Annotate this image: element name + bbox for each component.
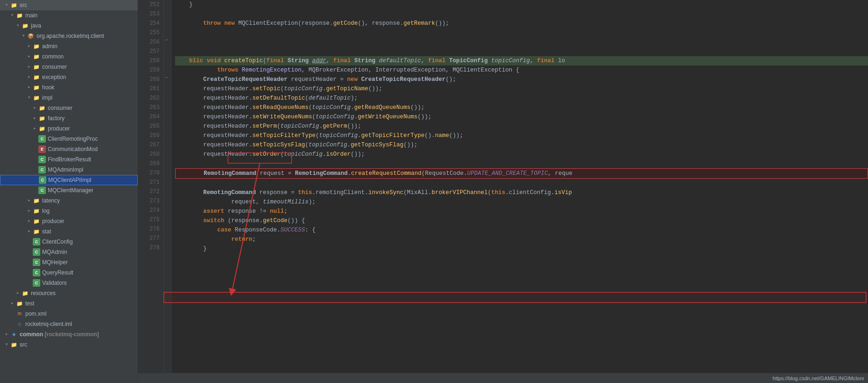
folder-icon-producer: 📁 (33, 217, 40, 225)
tree-item-consumer[interactable]: 📁 consumer (0, 62, 138, 72)
arrow-impl-producer (32, 126, 37, 131)
tree-item-src-bottom[interactable]: 📁 src (0, 340, 138, 350)
arrow-main (9, 13, 15, 18)
tree-item-org[interactable]: 📦 org.apache.rocketmq.client (0, 31, 138, 41)
file-tree-sidebar[interactable]: 📁 src 📁 main 📁 java 📦 org.apache.rocketm… (0, 0, 138, 383)
label-mqclientmanager: MQClientManager (48, 187, 93, 194)
code-line-260: CreateTopicRequestHeader requestHeader =… (175, 75, 868, 84)
tree-item-validators[interactable]: C Validators (0, 278, 138, 288)
code-line-276: case ResponseCode.SUCCESS: { (175, 225, 868, 235)
tree-item-java[interactable]: 📁 java (0, 21, 138, 31)
class-c-icon-10: C (33, 279, 40, 287)
arrow-src-bottom (4, 342, 9, 347)
tree-item-clientconfig[interactable]: C ClientConfig (0, 237, 138, 247)
tree-item-latency[interactable]: 📁 latency (0, 195, 138, 206)
tree-item-exception[interactable]: 📁 exception (0, 72, 138, 82)
label-mqclientapiimpl: MQClientAPIImpl (48, 177, 91, 183)
tree-item-communicationmod[interactable]: E CommunicationMod (0, 144, 138, 154)
folder-icon-latency: 📁 (33, 197, 40, 204)
label-test: test (25, 300, 34, 307)
class-c-icon-1: C (38, 135, 46, 143)
label-org: org.apache.rocketmq.client (37, 33, 104, 39)
folder-icon-java: 📁 (22, 22, 29, 29)
code-line-256 (175, 37, 868, 47)
label-impl-consumer: consumer (48, 105, 73, 111)
code-line-253 (175, 9, 868, 19)
arrow-test (9, 301, 15, 306)
tree-item-clientremotingproc[interactable]: C ClientRemotingProc (0, 134, 138, 144)
tree-item-common[interactable]: 📁 common (0, 51, 138, 62)
label-mqadminimpl: MQAdminImpl (48, 166, 83, 173)
label-impl-producer: producer (48, 125, 70, 132)
class-c-icon-7: C (33, 248, 40, 256)
arrow-admin (26, 43, 32, 49)
folder-icon-factory: 📁 (38, 115, 46, 122)
bookmark-256: → (165, 37, 168, 43)
class-c-icon-4: C (39, 176, 46, 184)
arrow-factory (32, 116, 37, 121)
tree-item-mqclientapiimpl[interactable]: C MQClientAPIImpl (0, 175, 138, 185)
tree-item-mqadminimpl[interactable]: C MQAdminImpl (0, 165, 138, 175)
tree-item-main[interactable]: 📁 main (0, 10, 138, 21)
arrow-org (21, 33, 26, 39)
label-src-bottom: src (20, 341, 27, 348)
label-mqhelper: MQHelper (42, 259, 68, 266)
tree-item-mqadmin[interactable]: C MQAdmin (0, 247, 138, 257)
tree-item-producer-top[interactable]: 📁 producer (0, 216, 138, 226)
code-line-278: } (175, 244, 868, 253)
tree-item-stat[interactable]: 📁 stat (0, 226, 138, 237)
module-icon: ◈ (10, 331, 18, 338)
arrow-common-module (4, 332, 9, 337)
arrow-java (15, 23, 21, 29)
tree-item-admin[interactable]: 📁 admin (0, 41, 138, 51)
tree-item-hook[interactable]: 📁 hook (0, 82, 138, 93)
tree-item-impl-producer[interactable]: 📁 producer (0, 123, 138, 134)
tree-item-common-module[interactable]: ◈ common [rocketmq-common] (0, 329, 138, 340)
label-validators: Validators (42, 280, 66, 286)
label-communicationmod: CommunicationMod (48, 146, 98, 152)
folder-icon-log: 📁 (33, 207, 40, 215)
folder-icon-test: 📁 (16, 300, 23, 307)
folder-icon-src-bottom: 📁 (10, 341, 18, 348)
arrow-producer (26, 218, 32, 224)
class-e-icon-1: E (38, 145, 46, 153)
package-icon-org: 📦 (27, 32, 35, 40)
tree-item-mqclientmanager[interactable]: C MQClientManager (0, 185, 138, 195)
tree-item-log[interactable]: 📁 log (0, 206, 138, 216)
arrow-consumer (26, 64, 32, 70)
class-c-icon-8: C (33, 259, 40, 266)
label-clientremotingproc: ClientRemotingProc (48, 136, 98, 142)
class-c-icon-9: C (33, 269, 40, 276)
tree-item-queryresult[interactable]: C QueryResult (0, 267, 138, 278)
bookmark-259: → (165, 75, 168, 80)
iml-icon: ◇ (16, 320, 23, 328)
status-bar-url: https://blog.csdn.net/GAMELINGIMclonr (772, 376, 864, 381)
tree-item-factory[interactable]: 📁 factory (0, 113, 138, 123)
tree-item-pom-xml[interactable]: m pom.xml (0, 309, 138, 319)
label-main: main (25, 12, 37, 19)
folder-icon-src: 📁 (10, 1, 18, 9)
tree-item-impl-consumer[interactable]: 📁 consumer (0, 103, 138, 113)
label-log: log (42, 208, 50, 214)
code-line-258: blic void createTopic(final String addr,… (175, 56, 868, 65)
label-pom-xml: pom.xml (25, 311, 46, 317)
tree-item-findbrokerresult[interactable]: C FindBrokerResult (0, 154, 138, 165)
code-line-262: requestHeader.setDefaultTopic(defaultTop… (175, 94, 868, 103)
label-common: common (42, 53, 64, 60)
code-line-265: requestHeader.setPerm(topicConfig.getPer… (175, 122, 868, 131)
code-content[interactable]: } throw new MQClientException(response.g… (171, 0, 868, 373)
tree-item-impl[interactable]: 📁 impl (0, 93, 138, 103)
label-java: java (31, 22, 41, 29)
tree-item-iml[interactable]: ◇ rocketmq-client.iml (0, 319, 138, 329)
arrow-hook (26, 85, 32, 90)
code-line-273: request, timeoutMillis); (175, 197, 868, 207)
tree-item-test[interactable]: 📁 test (0, 298, 138, 309)
gutter: → → (164, 0, 171, 373)
code-line-266: requestHeader.setTopicFilterType(topicCo… (175, 131, 868, 140)
tree-item-resources[interactable]: 📁 resources (0, 288, 138, 298)
xml-icon-pom: m (16, 310, 23, 318)
code-line-252: } (175, 0, 868, 9)
label-mqadmin: MQAdmin (42, 249, 67, 255)
tree-item-mqhelper[interactable]: C MQHelper (0, 257, 138, 267)
tree-item-src[interactable]: 📁 src (0, 0, 138, 10)
